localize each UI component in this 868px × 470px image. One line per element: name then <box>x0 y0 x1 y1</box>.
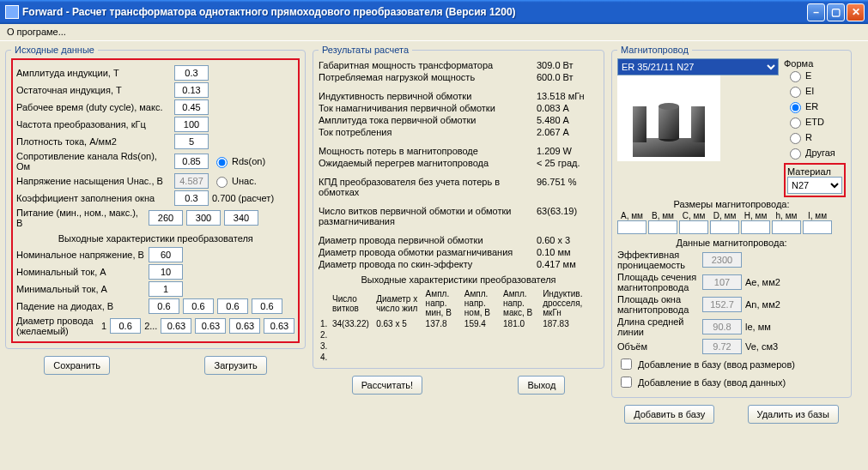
rem-ind-input[interactable] <box>174 82 209 98</box>
freq-label: Частота преобразования, кГц <box>16 119 171 130</box>
table-row: 4. <box>319 352 598 363</box>
menu-about[interactable]: О програме... <box>7 27 66 37</box>
th-dxn: Диаметр x число жил <box>374 288 423 318</box>
r13-value: 0.417 мм <box>537 259 598 269</box>
r11-label: Диаметр провода первичной обмотки <box>319 235 537 245</box>
dim-b-input[interactable] <box>648 220 677 234</box>
coredata-label: Данные магнитопровода: <box>617 238 846 248</box>
output-table: Число витков Диаметр x число жил Ампл. н… <box>319 288 598 363</box>
r13-label: Диаметр провода по скин-эффекту <box>319 259 537 269</box>
p3-label: Площадь окна магнитопровода <box>617 294 699 315</box>
r1-label: Габаритная мощность трансформатора <box>319 60 537 70</box>
load-button[interactable]: Загрузить <box>204 356 266 375</box>
dim-d-input[interactable] <box>710 220 739 234</box>
dim-h-input[interactable] <box>741 220 770 234</box>
dim-c-input[interactable] <box>679 220 708 234</box>
dw2-input[interactable] <box>161 318 191 334</box>
duty-label: Рабочее время (duty cycle), макс. <box>16 102 171 112</box>
vd4-input[interactable] <box>252 298 282 314</box>
shape-etd-radio[interactable] <box>790 118 801 129</box>
p5-value <box>702 339 742 354</box>
th-ldr: Индуктив. дросселя, мкГн <box>541 288 598 318</box>
freq-input[interactable] <box>174 117 209 132</box>
dw3-input[interactable] <box>195 318 226 334</box>
table-row: 3. <box>319 340 598 352</box>
app-icon <box>5 5 19 19</box>
r9-label: КПД преобразователя без учета потерь в о… <box>319 177 537 197</box>
exit-button[interactable]: Выход <box>518 376 565 395</box>
vnom-input[interactable] <box>149 247 183 262</box>
amp-ind-label: Амплитуда индукции, Т <box>16 68 171 78</box>
dw5-input[interactable] <box>264 318 294 334</box>
results-fieldset: Результаты расчета Габаритная мощность т… <box>313 45 604 369</box>
svg-point-5 <box>659 103 679 110</box>
dwire-n2: 2... <box>144 321 157 331</box>
dim-h2-input[interactable] <box>772 220 801 234</box>
core-select[interactable]: ER 35/21/11 N27 <box>617 58 779 75</box>
r4-label: Ток намагничивания первичной обмотки <box>319 103 537 113</box>
vin-min-input[interactable] <box>149 210 183 226</box>
vd3-input[interactable] <box>217 298 248 314</box>
titlebar: Forward - Расчет трансформатора однотакт… <box>0 0 868 24</box>
vin-nom-input[interactable] <box>186 210 221 226</box>
input-highlight-box: Амплитуда индукции, Т Остаточная индукци… <box>11 58 300 343</box>
th-vnom: Ампл. напр. ном, В <box>463 288 501 318</box>
r8-label: Ожидаемый перегрев магнитопровода <box>319 158 537 168</box>
dw1-input[interactable] <box>110 318 141 334</box>
shape-label: Форма <box>784 58 846 69</box>
rds-input[interactable] <box>174 154 209 169</box>
kz-label: Коэффициент заполнения окна <box>16 193 171 203</box>
r3-label: Индуктивность первичной обмотки <box>319 91 537 101</box>
amp-ind-input[interactable] <box>174 65 209 81</box>
unas-radio[interactable] <box>216 177 228 188</box>
jdens-label: Плотность тока, А/мм2 <box>16 136 171 147</box>
r12-value: 0.10 мм <box>537 247 598 257</box>
r7-value: 1.209 W <box>537 146 598 156</box>
r11-value: 0.60 x 3 <box>537 235 598 245</box>
r10-value: 63(63.19) <box>537 206 598 226</box>
shape-ei-radio[interactable] <box>790 87 801 98</box>
rds-label: Сопротивление канала Rds(on), Ом <box>16 151 171 172</box>
jdens-input[interactable] <box>174 134 209 149</box>
p1-value <box>702 252 742 268</box>
th-num <box>319 288 331 318</box>
output-chars-header: Выходные характеристики преобразователя <box>16 233 294 244</box>
unas-input <box>174 173 209 189</box>
close-button[interactable]: ✕ <box>847 3 865 21</box>
dim-a-input[interactable] <box>617 220 646 234</box>
vin-label: Питание (мин., ном., макс.), В <box>16 208 145 228</box>
vd2-input[interactable] <box>183 298 214 314</box>
imin-input[interactable] <box>149 281 183 297</box>
chk-add-data[interactable] <box>621 377 632 388</box>
vd1-input[interactable] <box>149 298 179 314</box>
shape-er-radio[interactable] <box>790 102 801 113</box>
rds-radio[interactable] <box>216 157 228 168</box>
p1-label: Эффективная проницаемость <box>617 250 699 270</box>
r3-value: 13.518 мГн <box>537 91 598 101</box>
chk-add-dims[interactable] <box>621 359 632 370</box>
calculate-button[interactable]: Рассчитать! <box>352 376 422 395</box>
inom-label: Номинальный ток, А <box>16 267 145 277</box>
menubar: О програме... <box>0 24 868 41</box>
inom-input[interactable] <box>149 264 183 280</box>
kz-input[interactable] <box>174 190 209 206</box>
shape-other-radio[interactable] <box>790 148 801 160</box>
dw4-input[interactable] <box>229 318 260 334</box>
del-db-button[interactable]: Удалить из базы <box>748 405 839 424</box>
shape-e-radio[interactable] <box>790 71 801 82</box>
minimize-button[interactable]: – <box>807 3 825 21</box>
r9-value: 96.751 % <box>537 177 598 197</box>
r5-label: Амплитуда тока первичной обмотки <box>319 115 537 125</box>
svg-rect-4 <box>659 106 679 139</box>
duty-input[interactable] <box>174 99 209 115</box>
r5-value: 5.480 А <box>537 115 598 125</box>
r2-label: Потребляемая нагрузкой мощность <box>319 72 537 82</box>
dim-i-input[interactable] <box>803 220 832 234</box>
save-button[interactable]: Сохранить <box>44 356 110 375</box>
r8-value: < 25 град. <box>537 158 598 168</box>
shape-r-radio[interactable] <box>790 133 801 144</box>
material-select[interactable]: N27 <box>787 177 842 194</box>
add-db-button[interactable]: Добавить в базу <box>624 405 714 424</box>
maximize-button[interactable]: ▢ <box>827 3 845 21</box>
vin-max-input[interactable] <box>224 210 258 226</box>
